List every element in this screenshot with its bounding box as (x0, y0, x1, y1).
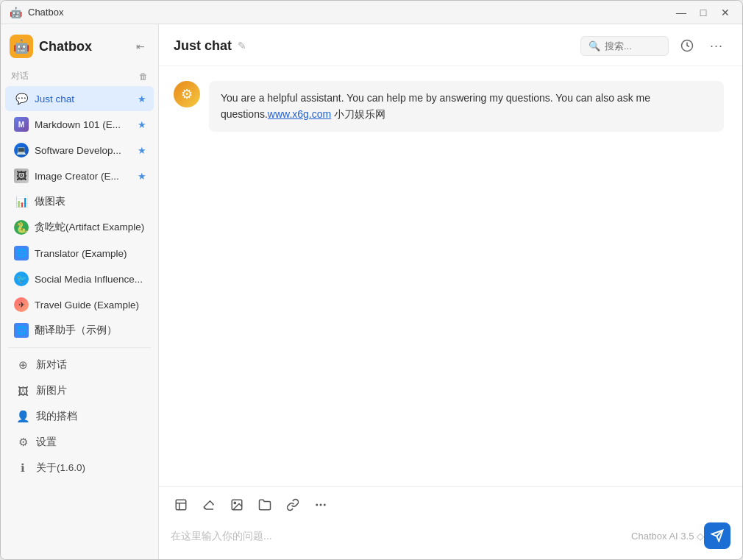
toolbar-image-button[interactable] (227, 495, 247, 515)
settings-action[interactable]: ⚙ 设置 (5, 430, 154, 455)
minimize-button[interactable]: — (673, 4, 689, 21)
close-button[interactable]: ✕ (717, 4, 733, 21)
svg-point-5 (324, 504, 326, 506)
conversation-icon: 🌐 (14, 246, 29, 260)
svg-point-6 (316, 504, 318, 506)
model-label: Chatbox AI 3.5 ◇ (631, 531, 704, 542)
sidebar-item-translate-helper[interactable]: 🌐 翻译助手（示例） (5, 318, 154, 343)
app-title-icon: 🤖 (10, 7, 22, 18)
chat-bottom: Chatbox AI 3.5 ◇ (159, 486, 742, 559)
sidebar-item-image-creator[interactable]: 🖼 Image Creator (E... ★ (5, 163, 154, 188)
chat-toolbar (159, 486, 742, 520)
trash-icon[interactable]: 🗑 (139, 71, 148, 82)
sidebar-item-label: Social Media Influence... (35, 274, 146, 285)
chat-area: Just chat ✎ 🔍 ··· (159, 24, 742, 559)
send-button[interactable] (704, 522, 730, 549)
star-icon: ★ (138, 145, 146, 156)
message-link[interactable]: www.x6g.com (268, 108, 331, 120)
about-action[interactable]: ℹ 关于(1.6.0) (5, 456, 154, 481)
app-window: 🤖 Chatbox — □ ✕ 🤖 Chatbox ⇤ 对话 🗑 (0, 0, 743, 560)
sidebar-item-software-develop[interactable]: 💻 Software Develop... ★ (5, 138, 154, 163)
conversation-icon: 🖼 (14, 169, 29, 183)
conversation-icon: 💬 (14, 91, 29, 106)
chat-header: Just chat ✎ 🔍 ··· (159, 24, 742, 66)
settings-icon: ⚙ (15, 435, 30, 450)
sidebar-item-translator[interactable]: 🌐 Translator (Example) (5, 241, 154, 266)
sidebar-item-snake[interactable]: 🐍 贪吃蛇(Artifact Example) (5, 215, 154, 240)
toolbar-link-button[interactable] (282, 495, 303, 515)
new-image-label: 新图片 (36, 384, 67, 397)
chat-header-actions: 🔍 ··· (580, 35, 728, 57)
message-bubble: You are a helpful assistant. You can hel… (209, 81, 724, 132)
sidebar-collapse-button[interactable]: ⇤ (132, 38, 149, 55)
star-icon: ★ (138, 119, 146, 130)
sidebar-item-label: Markdown 101 (E... (35, 119, 132, 130)
sidebar-item-label: 贪吃蛇(Artifact Example) (35, 221, 146, 234)
conversation-icon: 🌐 (14, 323, 29, 338)
toolbar-more-button[interactable] (310, 495, 331, 515)
search-input[interactable] (605, 40, 664, 52)
sidebar-item-label: Translator (Example) (35, 248, 146, 259)
sidebar-item-label: Software Develop... (35, 145, 132, 156)
sidebar-item-label: Just chat (35, 93, 132, 104)
chat-input[interactable] (171, 527, 631, 545)
chat-title-area: Just chat ✎ (174, 38, 246, 54)
new-image-action[interactable]: 🖼 新图片 (5, 378, 154, 403)
conversation-icon: M (14, 117, 29, 132)
edit-title-icon[interactable]: ✎ (238, 40, 246, 52)
toolbar-folder-button[interactable] (255, 495, 275, 515)
sidebar-header: 🤖 Chatbox ⇤ (1, 24, 158, 65)
sidebar: 🤖 Chatbox ⇤ 对话 🗑 💬 Just chat ★ M (1, 24, 159, 559)
sidebar-item-label: 翻译助手（示例） (35, 324, 146, 337)
messages-area: ⚙ You are a helpful assistant. You can h… (159, 66, 742, 486)
gear-icon: ⚙ (181, 86, 193, 102)
sidebar-item-social-media[interactable]: 🐦 Social Media Influence... (5, 266, 154, 291)
toolbar-eraser-button[interactable] (199, 495, 219, 515)
avatar: ⚙ (174, 81, 200, 107)
history-button[interactable] (676, 35, 698, 57)
new-chat-icon: ⊕ (15, 358, 30, 372)
logo-icon: 🤖 (10, 35, 33, 58)
app-title: Chatbox (28, 7, 63, 18)
sidebar-divider (8, 347, 151, 348)
sidebar-item-zuobiaotu[interactable]: 📊 做图表 (5, 189, 154, 214)
search-box[interactable]: 🔍 (580, 36, 669, 56)
titlebar: 🤖 Chatbox — □ ✕ (1, 1, 742, 24)
conversation-icon: 🐍 (14, 220, 29, 235)
about-label: 关于(1.6.0) (36, 461, 85, 475)
chat-input-row: Chatbox AI 3.5 ◇ (159, 520, 742, 559)
my-files-label: 我的搭档 (36, 410, 77, 423)
search-icon: 🔍 (589, 40, 600, 52)
logo-text: Chatbox (39, 39, 92, 54)
svg-rect-1 (176, 500, 186, 510)
svg-point-3 (234, 502, 235, 503)
main-content: 🤖 Chatbox ⇤ 对话 🗑 💬 Just chat ★ M (1, 24, 742, 559)
sidebar-item-label: Travel Guide (Example) (35, 300, 146, 311)
new-chat-action[interactable]: ⊕ 新对话 (5, 352, 154, 378)
about-icon: ℹ (15, 461, 30, 475)
sidebar-section-label: 对话 🗑 (1, 65, 158, 85)
conversation-icon: ✈ (14, 297, 29, 312)
chat-title: Just chat (174, 38, 232, 54)
message-link-suffix: 小刀娱乐网 (331, 108, 385, 120)
maximize-button[interactable]: □ (695, 4, 711, 21)
sidebar-item-travel-guide[interactable]: ✈ Travel Guide (Example) (5, 292, 154, 317)
conversation-icon: 🐦 (14, 272, 29, 286)
more-options-button[interactable]: ··· (705, 35, 728, 57)
logo-area: 🤖 Chatbox (10, 35, 92, 58)
settings-label: 设置 (36, 436, 57, 449)
star-icon: ★ (138, 93, 146, 104)
titlebar-left: 🤖 Chatbox (10, 7, 63, 18)
sidebar-list: 💬 Just chat ★ M Markdown 101 (E... ★ 💻 S… (1, 85, 158, 559)
message-row: ⚙ You are a helpful assistant. You can h… (174, 81, 728, 132)
toolbar-template-button[interactable] (171, 495, 191, 515)
new-chat-label: 新对话 (36, 358, 67, 372)
star-icon: ★ (138, 171, 146, 182)
new-image-icon: 🖼 (15, 383, 30, 398)
sidebar-item-markdown-101[interactable]: M Markdown 101 (E... ★ (5, 112, 154, 137)
my-files-action[interactable]: 👤 我的搭档 (5, 404, 154, 429)
sidebar-item-label: 做图表 (35, 195, 146, 208)
conversation-icon: 💻 (14, 143, 29, 157)
sidebar-item-just-chat[interactable]: 💬 Just chat ★ (5, 86, 154, 111)
svg-point-4 (320, 504, 321, 506)
